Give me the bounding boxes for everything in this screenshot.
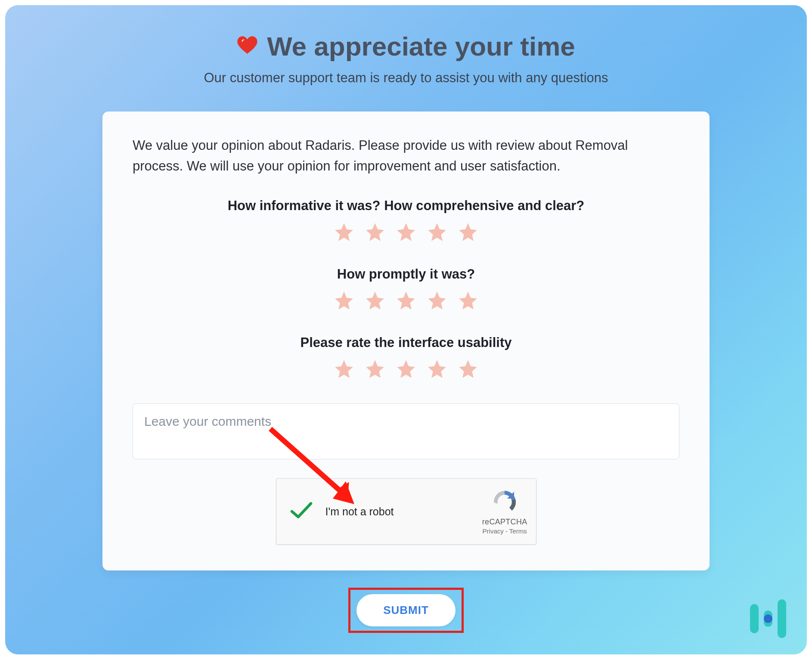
- rating-3-star-2[interactable]: [364, 358, 386, 380]
- recaptcha-label: I'm not a robot: [325, 505, 394, 518]
- annotation-highlight-box: SUBMIT: [348, 588, 464, 633]
- comments-input[interactable]: [133, 403, 679, 459]
- question-2-label: How promptly it was?: [133, 267, 679, 282]
- rating-2-star-5[interactable]: [457, 290, 479, 311]
- rating-2-star-4[interactable]: [426, 290, 448, 311]
- rating-3-star-5[interactable]: [457, 358, 479, 380]
- rating-2-star-3[interactable]: [395, 290, 417, 311]
- rating-1-star-4[interactable]: [426, 221, 448, 243]
- recaptcha-privacy-link[interactable]: Privacy: [483, 527, 504, 535]
- submit-button[interactable]: SUBMIT: [356, 594, 456, 626]
- brand-logo-icon: [750, 599, 786, 638]
- rating-3-star-4[interactable]: [426, 358, 448, 380]
- rating-3-star-3[interactable]: [395, 358, 417, 380]
- feedback-card: We appreciate your time Our customer sup…: [5, 5, 807, 654]
- rating-1-star-2[interactable]: [364, 221, 386, 243]
- checkmark-icon: [289, 501, 313, 522]
- header: We appreciate your time Our customer sup…: [5, 22, 807, 99]
- question-3-label: Please rate the interface usability: [133, 335, 679, 350]
- heart-icon: [237, 34, 259, 59]
- recaptcha-links: Privacy - Terms: [482, 527, 527, 535]
- rating-1-star-5[interactable]: [457, 221, 479, 243]
- page-title: We appreciate your time: [267, 31, 575, 62]
- recaptcha-brand: reCAPTCHA: [482, 518, 527, 527]
- feedback-panel: We value your opinion about Radaris. Ple…: [102, 112, 710, 570]
- rating-1: [133, 221, 679, 243]
- recaptcha-logo-icon: [482, 488, 527, 516]
- question-block-2: How promptly it was?: [133, 267, 679, 311]
- question-block-1: How informative it was? How comprehensiv…: [133, 198, 679, 243]
- question-1-label: How informative it was? How comprehensiv…: [133, 198, 679, 214]
- rating-3: [133, 358, 679, 380]
- intro-text: We value your opinion about Radaris. Ple…: [133, 135, 679, 177]
- recaptcha-widget[interactable]: I'm not a robot reCAPTCHA: [276, 478, 536, 545]
- rating-1-star-3[interactable]: [395, 221, 417, 243]
- rating-1-star-1[interactable]: [333, 221, 355, 243]
- page-subtitle: Our customer support team is ready to as…: [22, 70, 790, 86]
- rating-3-star-1[interactable]: [333, 358, 355, 380]
- question-block-3: Please rate the interface usability: [133, 335, 679, 380]
- rating-2: [133, 290, 679, 311]
- recaptcha-terms-link[interactable]: Terms: [509, 527, 527, 535]
- rating-2-star-1[interactable]: [333, 290, 355, 311]
- rating-2-star-2[interactable]: [364, 290, 386, 311]
